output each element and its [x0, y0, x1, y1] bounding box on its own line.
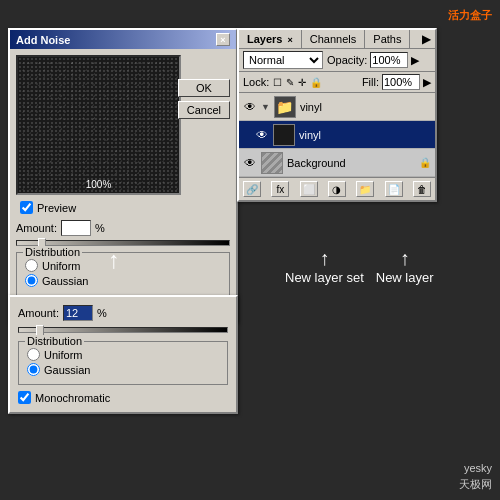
dialog-title: Add Noise	[16, 34, 70, 46]
eye-icon[interactable]: 👁	[243, 156, 257, 170]
layer-row[interactable]: 👁 Background 🔒	[239, 149, 435, 177]
arrow-up-icon: ↑	[319, 248, 329, 268]
tab-layers[interactable]: Layers ×	[239, 30, 302, 48]
amount-row: Amount: 12 %	[16, 220, 230, 236]
watermark-yesky: yesky	[459, 460, 492, 476]
tab-paths[interactable]: Paths	[365, 30, 410, 48]
layers-panel: Layers × Channels Paths ▶ Normal Opacity…	[237, 28, 437, 202]
zoom-distribution-label: Distribution	[25, 335, 84, 347]
background-lock-icon: 🔒	[419, 157, 431, 168]
zoom-amount-label: Amount:	[18, 307, 59, 319]
percent-label: %	[95, 222, 105, 234]
delete-layer-btn[interactable]: 🗑	[413, 181, 431, 197]
fill-input[interactable]	[382, 74, 420, 90]
noise-canvas	[18, 57, 179, 193]
dialog-titlebar: Add Noise ×	[10, 30, 236, 49]
add-adjustment-btn[interactable]: ◑	[328, 181, 346, 197]
fill-label: Fill:	[362, 76, 379, 88]
preview-checkbox-row: Preview	[16, 201, 230, 214]
layer-row[interactable]: 👁 vinyl	[239, 121, 435, 149]
layer-thumb-vinyl	[273, 124, 295, 146]
uniform-label: Uniform	[42, 260, 81, 272]
main-arrow-icon: ↑	[108, 248, 120, 272]
arrow-up-icon-2: ↑	[400, 248, 410, 268]
panel-menu-btn[interactable]: ▶	[418, 30, 435, 48]
watermark-tianji: 天极网	[459, 476, 492, 492]
opacity-label: Opacity:	[327, 54, 367, 66]
zoom-slider[interactable]	[18, 327, 228, 333]
new-layer-set-arrow: ↑ New layer set	[285, 248, 364, 285]
zoom-distribution-group: Distribution Uniform Gaussian	[18, 341, 228, 385]
zoom-percent-label: %	[97, 307, 107, 319]
lock-position-icon[interactable]: ☐	[273, 77, 282, 88]
zoom-uniform-row: Uniform	[27, 348, 219, 361]
uniform-row: Uniform	[25, 259, 221, 272]
gaussian-row: Gaussian	[25, 274, 221, 287]
zoom-monochromatic-label: Monochromatic	[35, 392, 110, 404]
main-arrow: ↑	[108, 248, 120, 272]
layer-thumb-group: 📁	[274, 96, 296, 118]
opacity-input[interactable]	[370, 52, 408, 68]
watermark-bottom: yesky 天极网	[459, 460, 492, 492]
zoom-gaussian-row: Gaussian	[27, 363, 219, 376]
new-group-btn[interactable]: 📁	[356, 181, 374, 197]
preview-checkbox[interactable]	[20, 201, 33, 214]
gaussian-label: Gaussian	[42, 275, 88, 287]
uniform-radio[interactable]	[25, 259, 38, 272]
distribution-label: Distribution	[23, 246, 82, 258]
amount-input[interactable]: 12	[61, 220, 91, 236]
lock-label: Lock:	[243, 76, 269, 88]
gaussian-radio[interactable]	[25, 274, 38, 287]
add-mask-btn[interactable]: ⬜	[300, 181, 318, 197]
dialog-close-btn[interactable]: ×	[216, 33, 230, 46]
zoom-uniform-radio[interactable]	[27, 348, 40, 361]
lock-paint-icon[interactable]: ✎	[286, 77, 294, 88]
labels-area: ↑ New layer set ↑ New layer	[285, 248, 434, 285]
new-layer-label: New layer	[376, 270, 434, 285]
eye-icon[interactable]: 👁	[255, 128, 269, 142]
zoom-gaussian-radio[interactable]	[27, 363, 40, 376]
zoom-monochromatic-row: Monochromatic	[18, 391, 228, 404]
fill-arrow[interactable]: ▶	[423, 76, 431, 89]
tab-layers-close[interactable]: ×	[288, 35, 293, 45]
expand-arrow[interactable]: ▼	[261, 102, 270, 112]
lock-row: Lock: ☐ ✎ ✛ 🔒 Fill: ▶	[239, 72, 435, 93]
dialog-body: 100% OK Cancel Preview Amount: 12 % Dist…	[10, 49, 236, 321]
opacity-row: Opacity: ▶	[327, 52, 419, 68]
layer-name-group: vinyl	[300, 101, 431, 113]
link-layers-btn[interactable]: 🔗	[243, 181, 261, 197]
layers-list: 👁 ▼ 📁 vinyl 👁 vinyl 👁 Background 🔒	[239, 93, 435, 177]
zoom-amount-row: Amount: 12 %	[18, 305, 228, 321]
layers-options: Normal Opacity: ▶	[239, 49, 435, 72]
watermark-top: 活力盒子	[448, 8, 492, 23]
distribution-group: Distribution Uniform Gaussian	[16, 252, 230, 296]
cancel-button[interactable]: Cancel	[178, 101, 230, 119]
blend-mode-select[interactable]: Normal	[243, 51, 323, 69]
layer-name-bg: Background	[287, 157, 415, 169]
zoom-uniform-label: Uniform	[44, 349, 83, 361]
fill-row: Fill: ▶	[362, 74, 431, 90]
preview-zoom-label: 100%	[86, 179, 112, 190]
new-layer-arrow: ↑ New layer	[376, 248, 434, 285]
tab-channels[interactable]: Channels	[302, 30, 365, 48]
eye-icon[interactable]: 👁	[243, 100, 257, 114]
layer-row[interactable]: 👁 ▼ 📁 vinyl	[239, 93, 435, 121]
lock-all-icon[interactable]: 🔒	[310, 77, 322, 88]
dialog-buttons: OK Cancel	[178, 79, 230, 119]
new-layer-btn[interactable]: 📄	[385, 181, 403, 197]
layers-footer: 🔗 fx ⬜ ◑ 📁 📄 🗑	[239, 177, 435, 200]
layer-thumb-bg	[261, 152, 283, 174]
ok-button[interactable]: OK	[178, 79, 230, 97]
add-noise-dialog: Add Noise × 100% OK Cancel Preview Amoun…	[8, 28, 238, 323]
new-layer-set-label: New layer set	[285, 270, 364, 285]
amount-label: Amount:	[16, 222, 57, 234]
zoom-monochromatic-checkbox[interactable]	[18, 391, 31, 404]
lock-move-icon[interactable]: ✛	[298, 77, 306, 88]
layer-effects-btn[interactable]: fx	[271, 181, 289, 197]
layer-name-vinyl: vinyl	[299, 129, 431, 141]
opacity-arrow[interactable]: ▶	[411, 54, 419, 67]
layers-tabs: Layers × Channels Paths ▶	[239, 30, 435, 49]
zoom-amount-input[interactable]: 12	[63, 305, 93, 321]
preview-label: Preview	[37, 202, 76, 214]
zoom-gaussian-label: Gaussian	[44, 364, 90, 376]
